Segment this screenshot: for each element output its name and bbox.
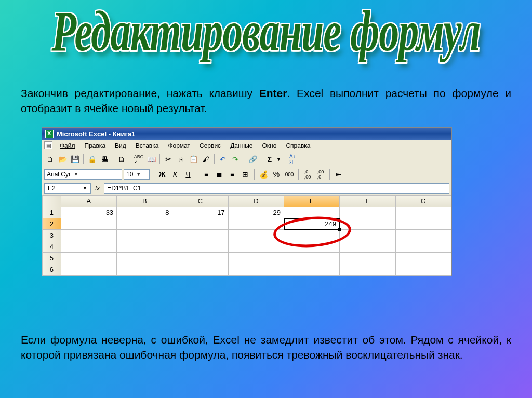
format-painter-icon[interactable]: 🖌 xyxy=(200,154,211,165)
row-header-5[interactable]: 5 xyxy=(43,253,61,264)
cell[interactable] xyxy=(340,264,395,276)
cell[interactable]: 8 xyxy=(117,207,172,218)
menu-edit[interactable]: Правка xyxy=(81,141,110,150)
cell[interactable] xyxy=(395,207,451,218)
cell[interactable] xyxy=(228,264,284,276)
cell[interactable] xyxy=(172,253,228,264)
cell[interactable] xyxy=(284,253,340,264)
underline-button[interactable]: Ч xyxy=(182,169,194,180)
row-header-3[interactable]: 3 xyxy=(43,230,61,241)
cell[interactable] xyxy=(117,264,172,276)
sort-icon[interactable]: A↓Я xyxy=(287,154,298,165)
save-icon[interactable]: 💾 xyxy=(69,154,81,165)
align-center-icon[interactable]: ≣ xyxy=(214,169,225,180)
cell[interactable] xyxy=(61,241,116,253)
percent-icon[interactable]: % xyxy=(271,169,282,180)
cell-selected[interactable]: 249 xyxy=(284,218,340,230)
research-icon[interactable]: 📖 xyxy=(145,154,157,165)
print-icon[interactable]: 🖶 xyxy=(99,154,110,165)
row-header-2[interactable]: 2 xyxy=(43,218,61,230)
menu-view[interactable]: Вид xyxy=(111,141,130,150)
permissions-icon[interactable]: 🔒 xyxy=(86,154,98,165)
fx-icon[interactable]: fx xyxy=(93,185,102,192)
name-box[interactable]: E2 ▼ xyxy=(44,183,91,194)
col-header-g[interactable]: G xyxy=(395,196,451,207)
col-header-c[interactable]: C xyxy=(172,196,228,207)
cell[interactable] xyxy=(172,264,228,276)
dropdown-arrow-icon[interactable]: ▼ xyxy=(276,157,281,162)
cell[interactable] xyxy=(228,230,284,241)
hyperlink-icon[interactable]: 🔗 xyxy=(247,154,258,165)
print-preview-icon[interactable]: 🗎 xyxy=(116,154,127,165)
spreadsheet-grid[interactable]: A B C D E F G 1 33 8 17 29 2 xyxy=(42,195,451,276)
cell[interactable] xyxy=(395,253,451,264)
cell[interactable] xyxy=(61,230,116,241)
cell[interactable] xyxy=(117,241,172,253)
cell[interactable]: 17 xyxy=(172,207,228,218)
row-header-6[interactable]: 6 xyxy=(43,264,61,276)
menu-service[interactable]: Сервис xyxy=(195,141,225,150)
cell[interactable] xyxy=(340,207,395,218)
open-icon[interactable]: 📂 xyxy=(57,154,68,165)
menu-data[interactable]: Данные xyxy=(226,141,257,150)
italic-button[interactable]: К xyxy=(169,169,181,180)
cell[interactable] xyxy=(340,230,395,241)
currency-icon[interactable]: 💰 xyxy=(258,169,269,180)
menu-format[interactable]: Формат xyxy=(164,141,194,150)
cut-icon[interactable]: ✂ xyxy=(163,154,174,165)
cell[interactable] xyxy=(395,241,451,253)
menu-help[interactable]: Справка xyxy=(282,141,314,150)
autosum-icon[interactable]: Σ xyxy=(264,154,275,165)
cell[interactable] xyxy=(284,241,340,253)
cell[interactable] xyxy=(117,253,172,264)
cell[interactable] xyxy=(395,264,451,276)
new-doc-icon[interactable]: 🗋 xyxy=(44,154,56,165)
redo-icon[interactable]: ↷ xyxy=(230,154,241,165)
align-right-icon[interactable]: ≡ xyxy=(227,169,238,180)
cell[interactable] xyxy=(340,253,395,264)
copy-icon[interactable]: ⎘ xyxy=(175,154,187,165)
cell[interactable] xyxy=(228,218,284,230)
col-header-e[interactable]: E xyxy=(284,196,340,207)
cell[interactable]: 33 xyxy=(61,207,116,218)
decrease-decimal-icon[interactable]: ,00,0 xyxy=(315,169,326,180)
merge-center-icon[interactable]: ⊞ xyxy=(240,169,251,180)
cell[interactable] xyxy=(340,241,395,253)
cell[interactable]: 29 xyxy=(228,207,284,218)
col-header-a[interactable]: A xyxy=(61,196,116,207)
cell[interactable] xyxy=(284,207,340,218)
increase-decimal-icon[interactable]: ,0,00 xyxy=(302,169,313,180)
cell[interactable] xyxy=(284,264,340,276)
cell[interactable] xyxy=(228,253,284,264)
cell[interactable] xyxy=(117,230,172,241)
col-header-d[interactable]: D xyxy=(228,196,284,207)
font-name-combo[interactable]: Arial Cyr ▼ xyxy=(44,169,122,180)
menu-window[interactable]: Окно xyxy=(258,141,281,150)
cell[interactable] xyxy=(395,230,451,241)
menu-insert[interactable]: Вставка xyxy=(131,141,163,150)
cell[interactable] xyxy=(395,218,451,230)
menu-file[interactable]: Файл xyxy=(56,141,79,150)
doc-icon[interactable]: ▤ xyxy=(44,141,52,149)
cell[interactable] xyxy=(284,230,340,241)
cell[interactable] xyxy=(172,241,228,253)
col-header-b[interactable]: B xyxy=(117,196,172,207)
font-size-combo[interactable]: 10 ▼ xyxy=(124,169,150,180)
cell[interactable] xyxy=(61,264,116,276)
cell[interactable] xyxy=(61,218,116,230)
row-header-4[interactable]: 4 xyxy=(43,241,61,253)
undo-icon[interactable]: ↶ xyxy=(217,154,229,165)
row-header-1[interactable]: 1 xyxy=(43,207,61,218)
cell[interactable] xyxy=(228,241,284,253)
bold-button[interactable]: Ж xyxy=(156,169,168,180)
paste-icon[interactable]: 📋 xyxy=(188,154,199,165)
cell[interactable] xyxy=(61,253,116,264)
comma-style-icon[interactable]: 000 xyxy=(284,169,295,180)
cell[interactable] xyxy=(340,218,395,230)
col-header-f[interactable]: F xyxy=(340,196,395,207)
cell[interactable] xyxy=(117,218,172,230)
decrease-indent-icon[interactable]: ⇤ xyxy=(333,169,344,180)
cell[interactable] xyxy=(172,218,228,230)
cell[interactable] xyxy=(172,230,228,241)
select-all-corner[interactable] xyxy=(43,196,61,207)
